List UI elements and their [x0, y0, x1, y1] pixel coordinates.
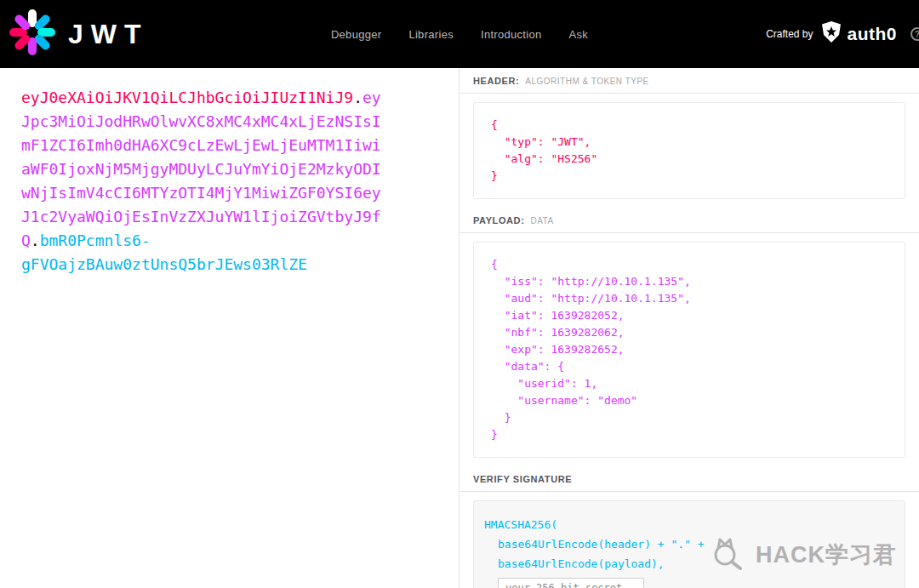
- token-dot-1: .: [353, 88, 362, 106]
- navbar: JWT Debugger Libraries Introduction Ask …: [0, 0, 919, 68]
- token-dot-2: .: [31, 231, 40, 249]
- verify-signature-box: HMACSHA256( base64UrlEncode(header) + ".…: [473, 500, 905, 588]
- crafted-by-label: Crafted by: [766, 28, 813, 40]
- secret-input[interactable]: [498, 578, 644, 588]
- nav-item-ask[interactable]: Ask: [569, 28, 589, 41]
- payload-json-editor[interactable]: { "iss": "http://10.10.1.135", "aud": "h…: [473, 242, 905, 458]
- token-header-part: eyJ0eXAiOiJKV1QiLCJhbGciOiJIUzI1NiJ9: [21, 88, 353, 106]
- header-sublabel: ALGORITHM & TOKEN TYPE: [525, 77, 648, 86]
- encoded-token[interactable]: eyJ0eXAiOiJKV1QiLCJhbGciOiJIUzI1NiJ9.eyJ…: [21, 86, 387, 277]
- header-json: { "typ": "JWT", "alg": "HS256" }: [491, 117, 888, 185]
- crafted-by-group: Crafted by auth0 ?: [766, 0, 919, 68]
- payload-json: { "iss": "http://10.10.1.135", "aud": "h…: [491, 256, 888, 443]
- hmac-line-3: base64UrlEncode(payload),: [484, 554, 894, 574]
- encoded-panel: eyJ0eXAiOiJKV1QiLCJhbGciOiJIUzI1NiJ9.eyJ…: [0, 68, 460, 588]
- auth0-wordmark: auth0: [847, 24, 897, 44]
- payload-section-title: PAYLOAD: DATA: [460, 208, 919, 233]
- jwt-logo-text: JWT: [68, 19, 149, 50]
- debugger-body: eyJ0eXAiOiJKV1QiLCJhbGciOiJIUzI1NiJ9.eyJ…: [0, 68, 919, 588]
- verify-signature-title: VERIFY SIGNATURE: [460, 466, 919, 492]
- nav-item-libraries[interactable]: Libraries: [408, 28, 454, 41]
- jwt-debugger-page: JWT Debugger Libraries Introduction Ask …: [0, 0, 919, 588]
- jwt-pinwheel-icon: [9, 9, 56, 60]
- header-json-editor[interactable]: { "typ": "JWT", "alg": "HS256" }: [473, 102, 905, 199]
- payload-sublabel: DATA: [530, 216, 553, 225]
- help-icon[interactable]: ?: [910, 27, 919, 41]
- header-section-title: HEADER: ALGORITHM & TOKEN TYPE: [460, 68, 919, 94]
- hmac-line-2: base64UrlEncode(header) + "." +: [484, 534, 894, 554]
- header-label: HEADER:: [473, 76, 519, 86]
- payload-label: PAYLOAD:: [473, 215, 524, 225]
- token-payload-part: eyJpc3MiOiJodHRwOlwvXC8xMC4xMC4xLjEzNSIs…: [21, 88, 381, 249]
- jwt-logo[interactable]: JWT: [0, 9, 149, 60]
- decoded-panel: HEADER: ALGORITHM & TOKEN TYPE { "typ": …: [460, 68, 919, 588]
- token-signature-part: bmR0Pcmnls6-gFVOajzBAuw0ztUnsQ5brJEws03R…: [21, 231, 307, 273]
- auth0-shield-icon: [821, 21, 842, 47]
- nav-item-introduction[interactable]: Introduction: [481, 28, 542, 41]
- verify-label: VERIFY SIGNATURE: [473, 474, 572, 484]
- nav-item-debugger[interactable]: Debugger: [331, 28, 382, 41]
- main-nav: Debugger Libraries Introduction Ask: [331, 0, 588, 68]
- hmac-line-1: HMACSHA256(: [484, 515, 894, 534]
- auth0-link[interactable]: auth0: [821, 21, 897, 47]
